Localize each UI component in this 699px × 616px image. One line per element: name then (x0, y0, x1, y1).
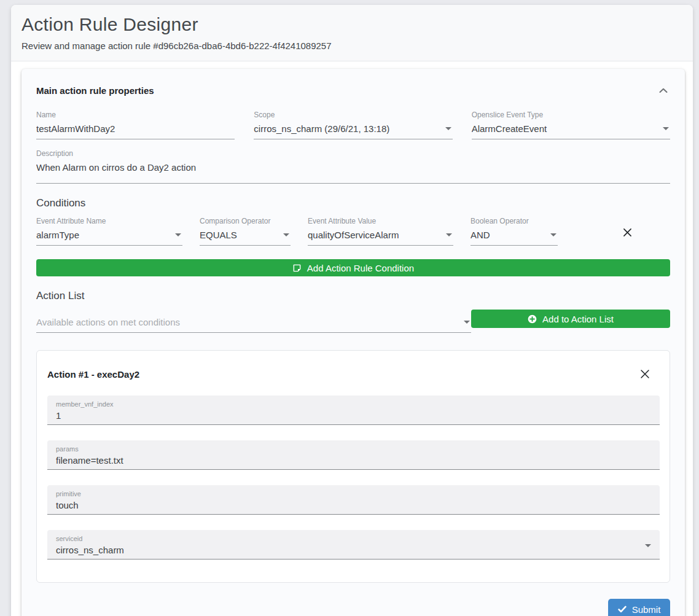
serviceid-value: cirros_ns_charm (56, 545, 640, 555)
event-attribute-value-value: qualityOfServiceAlarm (308, 230, 441, 240)
name-input[interactable] (36, 123, 233, 134)
description-label: Description (36, 149, 670, 158)
dropdown-arrow-icon (175, 233, 181, 236)
params-field[interactable]: params (47, 440, 660, 470)
panel-header: Main action rule properties (36, 85, 670, 96)
boolean-operator-label: Boolean Operator (471, 217, 558, 225)
note-add-icon (292, 263, 302, 273)
main-fields-row: Name Scope cirros_ns_charm (29/6/21, 13:… (36, 111, 670, 139)
chevron-up-icon (659, 86, 668, 95)
submit-button[interactable]: Submit (608, 599, 670, 616)
content-container: Action Rule Designer Review and manage a… (11, 5, 693, 616)
comparison-operator-label: Comparison Operator (200, 217, 291, 225)
action-list-row: Available actions on met conditions Add … (36, 310, 670, 333)
event-attribute-name-select[interactable]: Event Attribute Name alarmType (36, 217, 182, 246)
main-properties-panel: Main action rule properties Name Scope c… (21, 69, 685, 616)
primitive-input[interactable] (56, 500, 651, 510)
serviceid-label: serviceid (56, 535, 640, 542)
add-to-action-list-button[interactable]: Add to Action List (471, 310, 670, 328)
dropdown-arrow-icon (645, 544, 651, 547)
event-type-select[interactable]: Openslice Event Type AlarmCreateEvent (472, 111, 670, 139)
primitive-field[interactable]: primitive (47, 485, 660, 515)
comparison-operator-select[interactable]: Comparison Operator EQUALS (200, 217, 291, 246)
event-attribute-value-label: Event Attribute Value (308, 217, 453, 225)
params-label: params (56, 445, 651, 453)
collapse-panel-button[interactable] (657, 87, 670, 95)
action-card-header: Action #1 - execDay2 (47, 368, 660, 380)
page-title: Action Rule Designer (21, 14, 682, 35)
add-condition-label: Add Action Rule Condition (307, 263, 414, 273)
remove-condition-button[interactable] (620, 227, 635, 238)
boolean-operator-select[interactable]: Boolean Operator AND (471, 217, 558, 246)
add-to-action-list-label: Add to Action List (542, 314, 614, 324)
dropdown-arrow-icon (550, 233, 556, 236)
available-actions-select[interactable]: Available actions on met conditions (36, 316, 471, 333)
remove-action-button[interactable] (638, 368, 652, 380)
dropdown-arrow-icon (445, 127, 451, 130)
params-input[interactable] (56, 455, 651, 466)
dropdown-arrow-icon (283, 233, 289, 236)
description-field[interactable]: Description (36, 149, 670, 184)
close-icon (623, 230, 632, 239)
scope-select[interactable]: Scope cirros_ns_charm (29/6/21, 13:18) (254, 111, 452, 139)
add-circle-icon (528, 314, 537, 324)
member-vnf-index-input[interactable] (56, 410, 651, 421)
event-type-value: AlarmCreateEvent (472, 123, 658, 134)
condition-row: Event Attribute Name alarmType Compariso… (36, 217, 670, 246)
primitive-label: primitive (56, 490, 651, 497)
available-actions-placeholder: Available actions on met conditions (36, 317, 459, 327)
name-label: Name (36, 111, 235, 119)
page-header: Action Rule Designer Review and manage a… (11, 5, 693, 61)
add-condition-button[interactable]: Add Action Rule Condition (36, 259, 670, 276)
dropdown-arrow-icon (446, 233, 452, 236)
member-vnf-index-label: member_vnf_index (56, 400, 651, 408)
boolean-operator-value: AND (471, 230, 545, 240)
event-attribute-value-select[interactable]: Event Attribute Value qualityOfServiceAl… (308, 217, 453, 246)
action-card-title: Action #1 - execDay2 (47, 369, 139, 380)
description-input[interactable] (36, 162, 669, 173)
name-field[interactable]: Name (36, 111, 235, 139)
dropdown-arrow-icon (464, 321, 470, 324)
event-attribute-name-label: Event Attribute Name (36, 217, 182, 225)
comparison-operator-value: EQUALS (200, 230, 278, 240)
event-attribute-name-value: alarmType (36, 230, 170, 240)
submit-label: Submit (632, 604, 661, 615)
submit-row: Submit (36, 599, 670, 616)
action-list-heading: Action List (36, 290, 670, 302)
serviceid-select[interactable]: serviceid cirros_ns_charm (47, 530, 660, 559)
dropdown-arrow-icon (663, 127, 669, 130)
scope-value: cirros_ns_charm (29/6/21, 13:18) (254, 123, 440, 134)
close-icon (640, 372, 650, 381)
page-subtitle: Review and manage action rule #d96cb26a-… (21, 41, 682, 51)
member-vnf-index-field[interactable]: member_vnf_index (47, 396, 660, 425)
scope-label: Scope (254, 111, 452, 119)
action-card: Action #1 - execDay2 member_vnf_index pa… (36, 350, 670, 583)
event-type-label: Openslice Event Type (472, 111, 670, 119)
check-icon (618, 606, 627, 613)
panel-heading: Main action rule properties (36, 85, 154, 96)
conditions-heading: Conditions (36, 197, 670, 209)
